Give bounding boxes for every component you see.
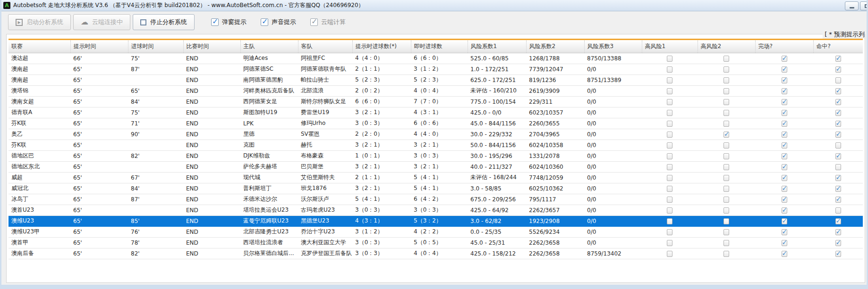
table-row[interactable]: 澳南超65'87'END阿德莱德SC阿德莱德联青年队2（1：1）3（1：2）1.… [9,64,863,74]
table-row[interactable]: 澳维U23甲65'76'END北部吉隆勇士U23乔治十字U233（1：2）4（2… [9,226,863,237]
finished-checkbox[interactable] [782,110,787,116]
high-risk1-checkbox[interactable] [667,132,672,138]
finished-checkbox[interactable] [782,164,787,170]
high-risk2-checkbox[interactable] [723,175,729,181]
high-risk1-checkbox[interactable] [667,164,672,170]
hit-checkbox[interactable] [835,99,841,105]
column-header-0[interactable]: 联赛 [9,41,70,53]
high-risk1-checkbox[interactable] [667,153,672,159]
hit-checkbox[interactable] [835,251,841,257]
table-row[interactable]: 澳达超66'75'END明迪Aces阿祖里FC4（4：0）6（6：0）525.0… [9,53,863,64]
high-risk2-checkbox[interactable] [723,197,729,203]
finished-checkbox[interactable] [782,56,787,62]
high-risk2-checkbox[interactable] [723,153,729,159]
finished-checkbox[interactable] [782,218,787,224]
column-header-9[interactable]: 风险系数2 [526,41,584,53]
finished-checkbox[interactable] [782,142,787,149]
column-header-11[interactable]: 高风险1 [642,41,698,53]
column-header-8[interactable]: 风险系数1 [468,41,526,53]
finished-checkbox[interactable] [782,132,787,138]
high-risk1-checkbox[interactable] [667,110,672,116]
hit-checkbox[interactable] [835,121,841,127]
table-row[interactable]: 奥乙65'90'END里德SV霍恩2（2：0）4（4：0）30.0 - 229/… [9,129,863,140]
hit-checkbox[interactable] [835,218,841,224]
maximize-button[interactable] [860,1,868,10]
finished-checkbox[interactable] [782,240,787,246]
high-risk2-checkbox[interactable] [723,207,729,214]
column-header-2[interactable]: 进球时间 [128,41,183,53]
high-risk1-checkbox[interactable] [667,99,672,105]
high-risk1-checkbox[interactable] [667,175,672,181]
finished-checkbox[interactable] [782,77,787,83]
high-risk1-checkbox[interactable] [667,240,672,246]
high-risk2-checkbox[interactable] [723,142,729,149]
high-risk2-checkbox[interactable] [723,56,729,62]
hit-checkbox[interactable] [835,229,841,235]
high-risk1-checkbox[interactable] [667,121,672,127]
hit-checkbox[interactable] [835,88,841,94]
start-analysis-button[interactable]: ▶ 启动分析系统 [8,14,71,30]
stop-analysis-button[interactable]: 停止分析系统 [133,14,195,30]
table-row[interactable]: 冰岛丁65'87'END禾德米达沙尔沃尔斯沃卢5（4：1）6（4：2）675.0… [9,194,863,205]
hit-checkbox[interactable] [835,110,841,116]
high-risk1-checkbox[interactable] [667,251,672,257]
finished-checkbox[interactable] [782,186,787,192]
minimize-button[interactable] [845,1,859,10]
table-row[interactable]: 德青联A65'75'END斯图加特U19费雷堡U193（2：1）4（3：1）42… [9,107,863,118]
high-risk1-checkbox[interactable] [667,197,672,203]
table-row[interactable]: 芬K联65'END克图赫托3（2：1）3（2：1）50.0 - 844/1156… [9,140,863,150]
cloud-compute-checkbox[interactable]: 云端计算 [310,18,346,26]
finished-checkbox[interactable] [782,197,787,203]
high-risk2-checkbox[interactable] [723,240,729,246]
column-header-1[interactable]: 提示时间 [70,41,128,53]
table-row[interactable]: 威冠北65'84'END普利斯坦丁班戈18763（2：1）5（4：1）3.0 -… [9,183,863,194]
hit-checkbox[interactable] [835,207,841,214]
table-row[interactable]: 澳维U2365'85'END蓝曼宁厄姆联U23黑德堡U234（3：1）5（3：2… [9,215,863,226]
column-header-13[interactable]: 完场? [755,41,813,53]
finished-checkbox[interactable] [782,153,787,159]
high-risk1-checkbox[interactable] [667,186,672,192]
high-risk2-checkbox[interactable] [723,164,729,170]
high-risk1-checkbox[interactable] [667,207,672,214]
table-row[interactable]: 澳塔锦65'65'END河畔奥林匹克后备队北部流浪2（0：2）4（0：4）未评估… [9,85,863,96]
hit-checkbox[interactable] [835,132,841,138]
hit-checkbox[interactable] [835,153,841,159]
hit-checkbox[interactable] [835,186,841,192]
cloud-connect-button[interactable]: ☁ 云端连接中 [73,14,130,30]
hit-checkbox[interactable] [835,77,841,83]
finished-checkbox[interactable] [782,175,787,181]
table-row[interactable]: 德地区东北65'END萨伦多夫赫塔巴贝斯堡3（2：1）3（2：1）40.0 - … [9,161,863,172]
hit-checkbox[interactable] [835,142,841,149]
hit-checkbox[interactable] [835,56,841,62]
hit-checkbox[interactable] [835,197,841,203]
high-risk2-checkbox[interactable] [723,99,729,105]
high-risk2-checkbox[interactable] [723,77,729,83]
hit-checkbox[interactable] [835,164,841,170]
column-header-7[interactable]: 即时进球数 [411,41,468,53]
high-risk2-checkbox[interactable] [723,251,729,257]
table-row[interactable]: 澳首U2365'END堪培拉奥运会U23古玛老虎U233（0：3）3（0：3）4… [9,205,863,215]
high-risk2-checkbox[interactable] [723,229,729,235]
table-row[interactable]: 芬K联65'71'ENDLPK修玛Urho3（0：3）6（0：6）45.0 - … [9,118,863,129]
high-risk1-checkbox[interactable] [667,88,672,94]
hit-checkbox[interactable] [835,240,841,246]
column-header-5[interactable]: 客队 [298,41,352,53]
column-header-12[interactable]: 高风险2 [698,41,755,53]
high-risk1-checkbox[interactable] [667,56,672,62]
high-risk1-checkbox[interactable] [667,229,672,235]
high-risk2-checkbox[interactable] [723,132,729,138]
popup-alert-checkbox[interactable]: 弹窗提示 [211,18,247,26]
finished-checkbox[interactable] [782,207,787,214]
table-row[interactable]: 澳首甲65'78'END西堪培拉流浪者澳大利亚国立大学3（0：3）5（0：5）4… [9,237,863,248]
high-risk2-checkbox[interactable] [723,186,729,192]
column-header-3[interactable]: 比赛时间 [183,41,240,53]
high-risk2-checkbox[interactable] [723,66,729,73]
high-risk1-checkbox[interactable] [667,142,672,149]
finished-checkbox[interactable] [782,121,787,127]
high-risk1-checkbox[interactable] [667,66,672,73]
column-header-14[interactable]: 命中? [813,41,863,53]
table-row[interactable]: 澳南超65'END南阿德莱德黑豹帕拉山骑士5（2：3）5（2：3）625.0 -… [9,74,863,85]
high-risk1-checkbox[interactable] [667,218,672,224]
high-risk1-checkbox[interactable] [667,77,672,83]
column-header-4[interactable]: 主队 [240,41,298,53]
